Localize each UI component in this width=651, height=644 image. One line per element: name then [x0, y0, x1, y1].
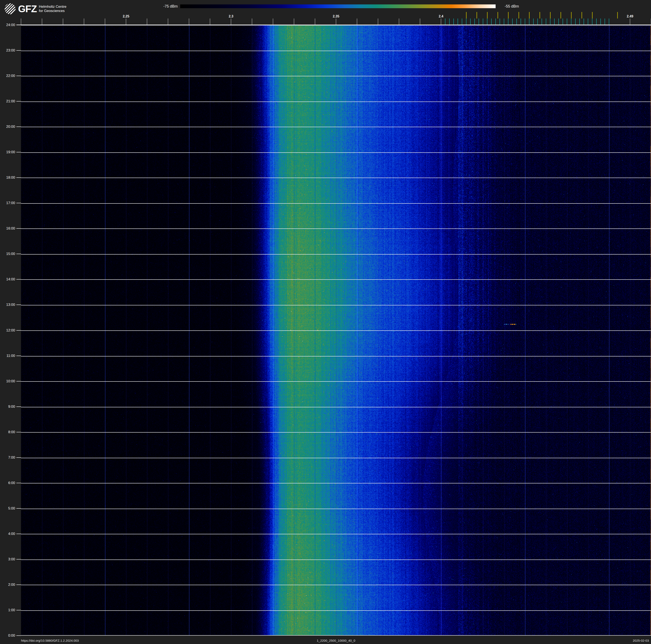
time-label: 22:00 — [0, 74, 15, 78]
time-label: 7:00 — [0, 455, 15, 460]
freq-tick — [336, 19, 336, 25]
wifi-channel-tick — [539, 12, 540, 19]
ble-channel-tick — [604, 19, 605, 25]
freq-tick — [273, 19, 273, 25]
spectrogram-canvas — [21, 25, 651, 636]
ble-channel-tick — [512, 19, 513, 25]
time-label: 12:00 — [0, 328, 15, 333]
ble-channel-tick — [541, 19, 542, 25]
time-label: 15:00 — [0, 252, 15, 256]
time-tick — [17, 228, 21, 229]
time-label: 0:00 — [0, 633, 15, 638]
freq-label: 2.4 — [434, 14, 448, 18]
time-tick — [17, 152, 21, 152]
freq-tick — [168, 19, 168, 25]
time-tick — [17, 177, 21, 178]
freq-tick — [63, 19, 63, 25]
ble-channel-tick — [462, 19, 462, 25]
time-tick — [17, 126, 21, 127]
freq-tick — [42, 19, 42, 25]
wifi-channel-tick — [519, 12, 519, 19]
time-label: 13:00 — [0, 302, 15, 307]
freq-tick — [399, 19, 399, 25]
ble-channel-tick — [550, 19, 550, 25]
time-tick — [17, 559, 21, 559]
ble-channel-tick — [579, 19, 580, 25]
time-label: 18:00 — [0, 175, 15, 180]
ble-channel-tick — [554, 19, 555, 25]
time-tick — [17, 203, 21, 203]
ble-channel-tick — [546, 19, 546, 25]
ble-channel-tick — [529, 19, 529, 25]
freq-tick — [315, 19, 315, 25]
freq-tick — [630, 19, 630, 25]
time-label: 19:00 — [0, 150, 15, 154]
ble-channel-tick — [596, 19, 597, 25]
time-tick — [17, 101, 21, 101]
ble-channel-tick — [537, 19, 538, 25]
freq-tick — [84, 19, 84, 25]
time-tick — [17, 407, 21, 407]
freq-tick — [189, 19, 189, 25]
time-label: 20:00 — [0, 124, 15, 129]
time-tick — [17, 483, 21, 483]
freq-tick — [420, 19, 420, 25]
time-label: 21:00 — [0, 99, 15, 104]
freq-tick — [294, 19, 294, 25]
freq-label: 2.49 — [623, 14, 637, 18]
time-tick — [17, 610, 21, 610]
time-label: 4:00 — [0, 531, 15, 536]
wifi-channel-tick — [508, 12, 508, 19]
time-label: 14:00 — [0, 277, 15, 282]
wifi-channel-tick — [560, 12, 561, 19]
time-tick — [17, 356, 21, 356]
ble-channel-tick — [563, 19, 563, 25]
ble-channel-tick — [483, 19, 483, 25]
ble-channel-tick — [449, 19, 450, 25]
date-label: 2025-02-03 — [633, 639, 649, 643]
ble-channel-tick — [454, 19, 454, 25]
time-tick — [17, 534, 21, 534]
time-tick — [17, 76, 21, 76]
ble-channel-tick — [474, 19, 475, 25]
ble-channel-tick — [517, 19, 517, 25]
ble-channel-tick — [600, 19, 601, 25]
time-label: 17:00 — [0, 201, 15, 205]
time-tick — [17, 381, 21, 381]
ble-channel-tick — [533, 19, 534, 25]
time-tick — [17, 432, 21, 432]
time-label: 24:00 — [0, 23, 15, 27]
time-tick — [17, 635, 21, 636]
wifi-channel-tick — [592, 12, 593, 19]
time-tick — [17, 508, 21, 509]
freq-label: 2.25 — [119, 14, 133, 18]
ble-channel-tick — [588, 19, 588, 25]
wifi-channel-tick — [466, 12, 467, 19]
time-label: 6:00 — [0, 481, 15, 485]
time-tick — [17, 304, 21, 305]
ble-channel-tick — [466, 19, 466, 25]
wifi-channel-tick — [476, 12, 477, 19]
time-label: 8:00 — [0, 430, 15, 435]
freq-tick — [441, 19, 441, 25]
ble-channel-tick — [458, 19, 458, 25]
ble-channel-tick — [504, 19, 504, 25]
ble-channel-tick — [478, 19, 479, 25]
time-tick — [17, 457, 21, 458]
freq-tick — [105, 19, 105, 25]
time-label: 2:00 — [0, 582, 15, 587]
wifi-channel-tick — [497, 12, 498, 19]
wifi-channel-tick — [571, 12, 571, 19]
wifi-channel-tick — [529, 12, 530, 19]
time-label: 11:00 — [0, 354, 15, 358]
wifi-channel-tick — [617, 12, 618, 19]
ble-channel-tick — [584, 19, 584, 25]
freq-tick — [252, 19, 252, 25]
wifi-channel-tick — [550, 12, 551, 19]
wifi-channel-tick — [582, 12, 582, 19]
time-axis: 24:0023:0022:0021:0020:0019:0018:0017:00… — [0, 0, 21, 644]
freq-label: 2.35 — [329, 14, 343, 18]
time-label: 1:00 — [0, 608, 15, 612]
ble-channel-tick — [521, 19, 521, 25]
time-tick — [17, 279, 21, 280]
